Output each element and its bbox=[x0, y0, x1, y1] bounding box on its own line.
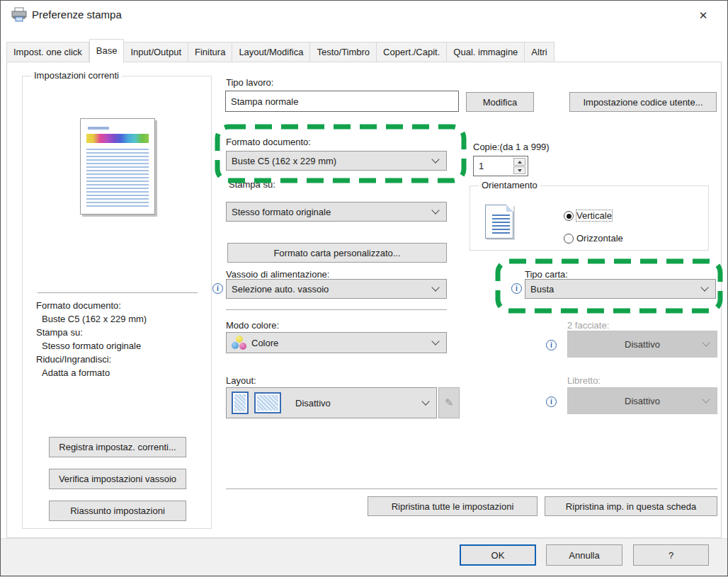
reset-all-settings-button[interactable]: Ripristina tutte le impostazioni bbox=[368, 496, 538, 516]
ok-button[interactable]: OK bbox=[460, 544, 536, 566]
two-sided-label: 2 facciate: bbox=[567, 320, 609, 331]
summary-print-on-label: Stampa su: bbox=[36, 327, 83, 338]
settings-summary-button[interactable]: Riassunto impostazioni bbox=[49, 501, 186, 521]
layout-landscape-icon bbox=[254, 392, 281, 413]
page-lines bbox=[492, 215, 510, 234]
layout-label: Layout: bbox=[226, 375, 256, 386]
summary-print-on-value: Stesso formato originale bbox=[42, 341, 141, 351]
tab-copert-capit[interactable]: Copert./Capit. bbox=[377, 42, 447, 62]
chevron-down-icon bbox=[431, 283, 439, 291]
spin-down-icon bbox=[518, 169, 522, 172]
input-tray-value: Selezione auto. vassoio bbox=[232, 284, 329, 295]
current-settings-title: Impostazioni correnti bbox=[31, 70, 122, 81]
paper-type-select[interactable]: Busta bbox=[525, 279, 716, 299]
job-type-value: Stampa normale bbox=[231, 96, 298, 107]
summary-doc-format-label: Formato documento: bbox=[36, 300, 121, 311]
chevron-down-icon bbox=[700, 283, 708, 291]
window-title: Preferenze stampa bbox=[32, 8, 122, 21]
color-mode-value: Colore bbox=[251, 338, 278, 348]
close-icon[interactable]: ✕ bbox=[688, 5, 719, 26]
copies-value: 1 bbox=[479, 161, 484, 171]
verify-tray-settings-button[interactable]: Verifica impostazioni vassoio bbox=[49, 469, 186, 489]
cancel-button[interactable]: Annulla bbox=[546, 544, 622, 566]
tab-finitura[interactable]: Finitura bbox=[188, 42, 232, 62]
preview-text-lines bbox=[86, 149, 149, 209]
chevron-down-icon bbox=[431, 337, 439, 345]
orientation-landscape-label[interactable]: Orizzontale bbox=[576, 233, 623, 244]
two-sided-value: Disattivo bbox=[625, 339, 660, 350]
summary-scaling-label: Riduci/Ingrandisci: bbox=[36, 354, 111, 365]
paper-type-value: Busta bbox=[530, 284, 554, 295]
tab-altri[interactable]: Altri bbox=[525, 42, 554, 62]
user-code-settings-button[interactable]: Impostazione codice utente... bbox=[569, 92, 717, 112]
tab-qual-immagine[interactable]: Qual. immagine bbox=[447, 42, 525, 62]
color-mode-label: Modo colore: bbox=[226, 320, 279, 331]
print-on-label: Stampa su: bbox=[229, 179, 275, 190]
copies-label: Copie:(da 1 a 999) bbox=[473, 142, 550, 152]
info-icon[interactable]: i bbox=[511, 283, 522, 294]
document-preview bbox=[80, 118, 155, 215]
color-section-divider bbox=[226, 309, 447, 310]
booklet-value: Disattivo bbox=[625, 396, 660, 406]
register-settings-button[interactable]: Registra impostaz. correnti... bbox=[49, 437, 186, 457]
tab-testo-timbro[interactable]: Testo/Timbro bbox=[310, 42, 377, 62]
orientation-portrait-label[interactable]: Verticale bbox=[576, 210, 612, 221]
pencil-icon: ✎ bbox=[445, 396, 454, 409]
copies-stepper[interactable]: 1 bbox=[473, 156, 528, 176]
preview-rainbow-band bbox=[86, 134, 149, 143]
document-format-value: Buste C5 (162 x 229 mm) bbox=[232, 156, 336, 166]
left-panel-divider bbox=[38, 292, 198, 293]
print-preferences-dialog: Preferenze stampa ✕ Impost. one click Ba… bbox=[0, 0, 728, 576]
job-type-input[interactable]: Stampa normale bbox=[225, 91, 459, 112]
orientation-title: Orientamento bbox=[479, 180, 540, 190]
document-format-label: Formato documento: bbox=[226, 137, 311, 147]
layout-edit-button: ✎ bbox=[438, 387, 460, 418]
tab-input-output[interactable]: Input/Output bbox=[124, 42, 188, 62]
modify-button[interactable]: Modifica bbox=[466, 92, 534, 112]
chevron-down-icon bbox=[702, 338, 710, 346]
chevron-down-icon bbox=[431, 155, 439, 163]
summary-doc-format-value: Buste C5 (162 x 229 mm) bbox=[42, 314, 147, 324]
tab-impost-one-click[interactable]: Impost. one click bbox=[6, 42, 89, 62]
tab-strip: Impost. one click Base Input/Output Fini… bbox=[6, 39, 554, 62]
spin-up-icon bbox=[518, 161, 522, 164]
orientation-portrait-radio[interactable] bbox=[564, 211, 574, 221]
custom-paper-size-button[interactable]: Formato carta personalizzato... bbox=[227, 243, 447, 263]
booklet-select: Disattivo bbox=[567, 387, 717, 414]
info-icon[interactable]: i bbox=[212, 283, 223, 294]
layout-value: Disattivo bbox=[295, 398, 331, 409]
print-on-value: Stesso formato originale bbox=[232, 207, 331, 217]
job-type-label: Tipo lavoro: bbox=[226, 77, 273, 88]
tab-layout-modifica[interactable]: Layout/Modifica bbox=[232, 42, 310, 62]
info-icon[interactable]: i bbox=[546, 340, 557, 350]
layout-portrait-icon bbox=[232, 392, 249, 414]
color-mode-select[interactable]: Colore bbox=[226, 332, 447, 353]
layout-select[interactable]: Disattivo bbox=[226, 387, 437, 418]
spin-down-button[interactable] bbox=[513, 166, 525, 174]
summary-scaling-value: Adatta a formato bbox=[42, 367, 110, 378]
orientation-landscape-radio[interactable] bbox=[564, 234, 574, 244]
input-tray-label: Vassoio di alimentazione: bbox=[226, 269, 329, 280]
print-on-select[interactable]: Stesso formato originale bbox=[226, 202, 447, 222]
title-bar: Preferenze stampa ✕ bbox=[1, 1, 727, 29]
help-button[interactable]: ? bbox=[633, 544, 709, 566]
two-sided-select: Disattivo bbox=[567, 331, 717, 358]
booklet-label: Libretto: bbox=[567, 375, 601, 386]
document-format-select[interactable]: Buste C5 (162 x 229 mm) bbox=[226, 151, 447, 171]
portrait-page-icon bbox=[485, 205, 513, 239]
spin-up-button[interactable] bbox=[513, 158, 525, 166]
reset-section-divider bbox=[226, 489, 717, 489]
page-fold-corner bbox=[506, 205, 513, 212]
input-tray-select[interactable]: Selezione auto. vassoio bbox=[226, 279, 447, 299]
preview-title-line bbox=[88, 127, 109, 130]
chevron-down-icon bbox=[702, 395, 710, 403]
printer-icon bbox=[11, 7, 28, 25]
tab-base[interactable]: Base bbox=[89, 39, 125, 63]
chevron-down-icon bbox=[431, 206, 439, 214]
paper-type-label: Tipo carta: bbox=[525, 269, 568, 280]
reset-tab-settings-button[interactable]: Ripristina imp. in questa scheda bbox=[545, 496, 717, 516]
info-icon[interactable]: i bbox=[546, 396, 557, 407]
color-balls-icon bbox=[232, 336, 247, 350]
chevron-down-icon bbox=[421, 397, 429, 405]
